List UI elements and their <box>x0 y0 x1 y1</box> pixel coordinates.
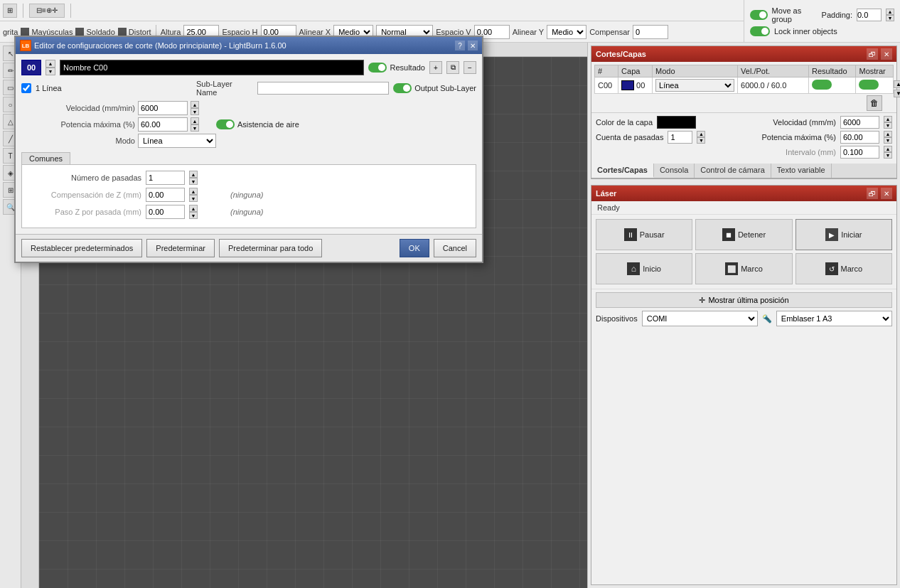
potencia-input-bottom[interactable] <box>840 131 879 144</box>
cortes-close-btn[interactable]: ✕ <box>881 48 892 60</box>
com1-select[interactable]: COMI <box>642 311 758 326</box>
mostrar-cross-icon: ✛ <box>699 296 705 305</box>
pasadas-down-btn[interactable]: ▼ <box>189 178 198 185</box>
pot-down-bottom[interactable]: ▼ <box>884 137 892 144</box>
pasadas-up-btn[interactable]: ▲ <box>189 171 198 178</box>
mostrar-btn[interactable]: ✛ Mostrar última posición <box>596 292 892 308</box>
sublayer-name-input[interactable] <box>257 82 389 95</box>
tab-consola[interactable]: Consola <box>654 164 695 178</box>
add-sublayer-btn[interactable]: + <box>429 61 442 74</box>
toolbar-icon-1[interactable]: ⊞ <box>3 4 17 18</box>
sublayer-checkbox[interactable] <box>21 83 31 93</box>
scroll-down-btn[interactable]: ▼ <box>894 90 900 97</box>
ok-btn[interactable]: OK <box>400 239 429 257</box>
cuenta-up[interactable]: ▲ <box>697 131 705 137</box>
padding-down-btn[interactable]: ▼ <box>886 15 894 21</box>
marco1-btn[interactable]: ⬜ Marco <box>695 253 792 284</box>
velocidad-param-input[interactable] <box>138 101 188 115</box>
vel-up-btn[interactable]: ▲ <box>191 101 199 108</box>
pot-up-btn[interactable]: ▲ <box>191 117 199 124</box>
intervalo-label: Intervalo (mm) <box>786 148 836 156</box>
intervalo-input[interactable] <box>840 146 879 159</box>
compz-down-btn[interactable]: ▼ <box>189 195 198 202</box>
padding-input[interactable] <box>857 9 882 21</box>
table-row[interactable]: C00 00 Línea 6000.0 / 60.0 <box>595 77 894 94</box>
delete-layer-btn[interactable]: 🗑 <box>867 95 882 111</box>
comunes-tab[interactable]: Comunes <box>21 152 70 164</box>
vel-up-bottom[interactable]: ▲ <box>884 116 892 122</box>
pot-down-btn[interactable]: ▼ <box>191 124 199 132</box>
pot-up-bottom[interactable]: ▲ <box>884 131 892 137</box>
resultado-toggle[interactable] <box>368 63 387 73</box>
toolbar-icon-2[interactable]: ⊟≡⊕✛ <box>29 4 65 18</box>
cortes-restore-btn[interactable]: 🗗 <box>867 48 878 60</box>
intervalo-row: Intervalo (mm) ▲ ▼ <box>596 146 892 159</box>
dialog-help-btn[interactable]: ? <box>455 41 465 50</box>
row-mostrar-toggle[interactable] <box>859 80 879 90</box>
restablecer-btn[interactable]: Restablecer predeterminados <box>21 239 142 257</box>
compz-up-btn[interactable]: ▲ <box>189 188 198 195</box>
pasoz-up-btn[interactable]: ▲ <box>189 205 198 212</box>
row-num: C00 <box>595 77 618 94</box>
move-as-group-row: Move as group Padding: ▲ ▼ <box>750 6 894 23</box>
pausar-btn[interactable]: ⏸ Pausar <box>596 219 692 250</box>
lock-inner-toggle[interactable] <box>750 26 770 36</box>
cuenta-pasadas-input[interactable] <box>668 131 692 144</box>
dialog-title-bar: LB Editor de configuraciones de corte (M… <box>16 37 482 54</box>
modo-param-select[interactable]: Línea <box>138 134 216 148</box>
emblaser-select[interactable]: Emblaser 1 A3 <box>776 311 892 326</box>
cancel-btn[interactable]: Cancel <box>434 239 476 257</box>
col-mostrar: Mostrar <box>856 65 894 77</box>
aire-toggle[interactable] <box>216 119 235 129</box>
comp-z-input[interactable] <box>146 188 185 202</box>
intervalo-up[interactable]: ▲ <box>884 146 892 152</box>
row-capa: 00 <box>618 77 653 94</box>
col-capa: Capa <box>618 65 653 77</box>
dialog-close-btn[interactable]: ✕ <box>468 41 478 50</box>
cuenta-down[interactable]: ▼ <box>697 137 705 144</box>
output-sublayer-row: Output Sub-Layer <box>393 83 476 93</box>
iniciar-btn[interactable]: ▶ Iniciar <box>795 219 892 250</box>
move-as-group-toggle[interactable] <box>750 10 768 20</box>
cortes-title-bar: Cortes/Capas 🗗 ✕ <box>591 46 896 62</box>
move-as-group-label: Move as group <box>772 6 818 23</box>
row-modo-select[interactable]: Línea <box>655 79 734 92</box>
num-pasadas-label: Número de pasadas <box>28 173 141 182</box>
num-pasadas-input[interactable] <box>146 171 185 185</box>
alinear-y-select[interactable]: Medio <box>547 25 586 39</box>
laser-restore-btn[interactable]: 🗗 <box>867 188 878 199</box>
inicio-btn[interactable]: ⌂ Inicio <box>596 253 692 284</box>
footer-left: Restablecer predeterminados Predetermina… <box>21 239 395 257</box>
compensar-input[interactable] <box>633 25 668 39</box>
detener-btn[interactable]: ⏹ Detener <box>695 219 792 250</box>
laser-close-btn[interactable]: ✕ <box>881 188 892 199</box>
predeterminar-todo-btn[interactable]: Predeterminar para todo <box>219 239 322 257</box>
vel-input-bottom[interactable] <box>840 116 879 129</box>
padding-up-btn[interactable]: ▲ <box>886 9 894 15</box>
pasoz-down-btn[interactable]: ▼ <box>189 212 198 219</box>
layer-name-input[interactable] <box>60 60 364 75</box>
dialog-footer: Restablecer predeterminados Predetermina… <box>16 234 482 262</box>
vel-down-btn[interactable]: ▼ <box>191 108 199 115</box>
potencia-param-input[interactable] <box>138 117 188 132</box>
layer-down-btn[interactable]: ▼ <box>45 68 55 75</box>
copy-sublayer-btn[interactable]: ⧉ <box>446 61 459 74</box>
output-sublayer-toggle[interactable] <box>393 83 412 93</box>
predeterminar-btn[interactable]: Predeterminar <box>146 239 215 257</box>
editor-dialog: LB Editor de configuraciones de corte (M… <box>14 36 483 263</box>
del-sublayer-btn[interactable]: − <box>464 61 476 74</box>
laser-ready-label: Ready <box>591 201 896 215</box>
tab-texto-variable[interactable]: Texto variable <box>771 164 832 178</box>
layer-up-btn[interactable]: ▲ <box>45 60 55 68</box>
intervalo-down[interactable]: ▼ <box>884 152 892 159</box>
paso-z-input[interactable] <box>146 205 185 219</box>
scroll-up-btn[interactable]: ▲ <box>894 80 900 88</box>
tab-control-camara[interactable]: Control de cámara <box>695 164 771 178</box>
tab-cortes-capas[interactable]: Cortes/Capas <box>591 164 654 178</box>
marco2-btn[interactable]: ↺ Marco <box>795 253 892 284</box>
right-panel: Cortes/Capas 🗗 ✕ # Capa Modo Vel./Pot. R… <box>587 43 900 588</box>
row-resultado-toggle[interactable] <box>812 80 832 90</box>
vel-down-bottom[interactable]: ▼ <box>884 122 892 129</box>
color-capa-swatch[interactable] <box>657 116 696 129</box>
table-scroll-arrows: ▲ ▼ <box>894 65 900 94</box>
